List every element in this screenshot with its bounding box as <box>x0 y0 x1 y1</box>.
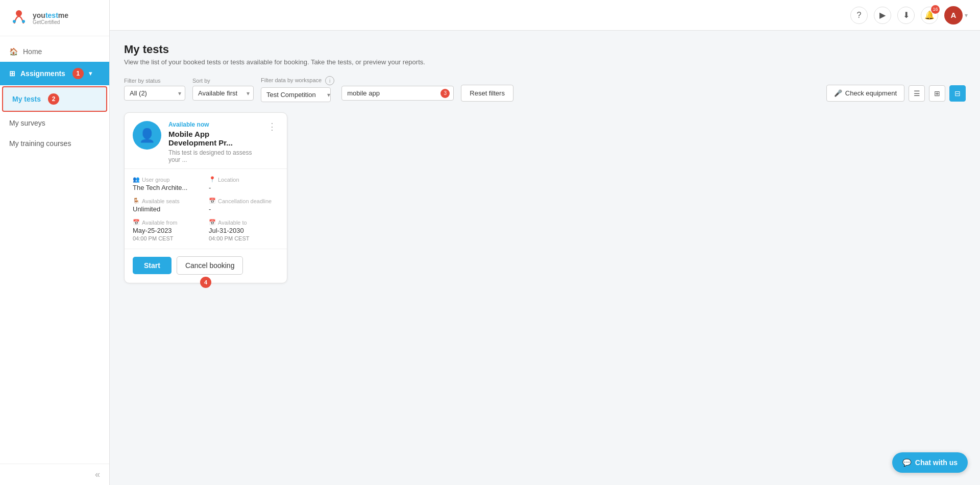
card-info: Available now Mobile App Development Pr.… <box>168 121 258 163</box>
play-icon: ▶ <box>879 10 886 20</box>
list-view-button[interactable]: ☰ <box>909 85 925 102</box>
download-button[interactable]: ⬇ <box>897 7 915 24</box>
logo-icon <box>9 8 29 28</box>
available-from-time: 04:00 PM CEST <box>133 235 203 241</box>
sidebar-item-my-surveys[interactable]: My surveys <box>0 113 109 133</box>
available-seats-detail: 🪑 Available seats Unlimited <box>133 198 203 213</box>
card-details: 👥 User group The Tech Archite... 📍 Locat… <box>125 169 287 249</box>
my-tests-annotation: 2 <box>48 93 59 105</box>
logo-text: youtestme GetCertified <box>33 11 68 25</box>
chat-button[interactable]: 💬 Chat with us <box>892 452 968 473</box>
filter-right-controls: 🎤 Check equipment ☰ ⊞ ⊟ <box>826 85 966 102</box>
user-group-label: 👥 User group <box>133 176 203 183</box>
svg-point-2 <box>22 20 25 23</box>
test-cards-grid: 👤 Available now Mobile App Development P… <box>124 112 966 283</box>
sort-select[interactable]: Available first <box>192 86 254 101</box>
download-icon: ⬇ <box>903 10 910 20</box>
assignments-annotation: 1 <box>72 68 84 79</box>
start-button[interactable]: Start <box>133 257 172 274</box>
workspace-tag-group: 3 <box>341 78 454 101</box>
logo-you: you <box>33 11 45 19</box>
status-select-wrapper: All (2) <box>124 86 185 101</box>
available-from-label: 📅 Available from <box>133 219 203 226</box>
top-header: ? ▶ ⬇ 🔔 16 A ▾ <box>110 0 980 31</box>
logo-test: test <box>45 11 58 19</box>
reset-filters-button[interactable]: Reset filters <box>461 85 513 102</box>
chat-icon: 💬 <box>902 458 911 467</box>
notification-badge: 16 <box>931 5 940 14</box>
status-select[interactable]: All (2) <box>124 86 185 101</box>
sidebar-item-assignments[interactable]: ⊞ Assignments 1 ▾ <box>0 62 109 85</box>
workspace-tag-input[interactable] <box>341 86 454 101</box>
user-group-detail: 👥 User group The Tech Archite... <box>133 176 203 191</box>
workspace-tag-badge: 3 <box>440 89 450 98</box>
card-top: 👤 Available now Mobile App Development P… <box>125 113 287 169</box>
card-status: Available now <box>168 121 258 128</box>
test-card: 👤 Available now Mobile App Development P… <box>124 112 287 283</box>
svg-point-0 <box>16 10 22 16</box>
card-actions: Start Cancel booking <box>125 249 287 275</box>
microphone-icon: 🎤 <box>834 89 842 97</box>
workspace-select[interactable]: Test Competition <box>261 87 331 102</box>
page-subtitle: View the list of your booked tests or te… <box>124 58 966 66</box>
workspace-tag-spacer <box>341 78 454 84</box>
location-value: - <box>209 184 279 191</box>
logo-me: me <box>58 11 68 19</box>
sort-filter-label: Sort by <box>192 78 254 84</box>
list-icon: ☰ <box>914 89 920 98</box>
workspace-tag-wrapper: 3 <box>341 86 454 101</box>
grid-icon: ⊞ <box>934 89 940 98</box>
cancellation-deadline-label: 📅 Cancellation deadline <box>209 198 279 204</box>
available-seats-value: Unlimited <box>133 205 203 213</box>
status-filter-group: Filter by status All (2) <box>124 78 185 101</box>
available-to-label: 📅 Available to <box>209 219 279 226</box>
calendar-from-icon: 📅 <box>133 219 140 226</box>
tile-view-button[interactable]: ⊟ <box>949 85 966 102</box>
collapse-icon: « <box>95 469 100 480</box>
available-to-time: 04:00 PM CEST <box>209 235 279 241</box>
sidebar-item-my-tests[interactable]: My tests 2 <box>2 86 107 112</box>
sidebar-collapse-btn[interactable]: « <box>0 464 109 485</box>
home-icon: 🏠 <box>9 47 18 56</box>
available-from-date: May-25-2023 <box>133 227 203 234</box>
workspace-filter-label: Filter data by workspace i <box>261 76 334 85</box>
sidebar-item-my-training[interactable]: My training courses <box>0 133 109 154</box>
help-button[interactable]: ? <box>850 7 868 24</box>
workspace-select-wrapper: Test Competition <box>261 87 334 102</box>
filter-bar: Filter by status All (2) Sort by Availab… <box>124 76 966 102</box>
calendar-to-icon: 📅 <box>209 219 216 226</box>
card-menu-button[interactable]: ⋮ <box>265 121 279 132</box>
check-equipment-button[interactable]: 🎤 Check equipment <box>826 85 904 102</box>
card-bottom-badge: 4 <box>200 277 211 288</box>
grid-view-button[interactable]: ⊞ <box>929 85 945 102</box>
svg-point-1 <box>13 20 16 23</box>
user-avatar-button[interactable]: A ▾ <box>944 6 968 25</box>
cancellation-deadline-detail: 📅 Cancellation deadline - <box>209 198 279 213</box>
seat-icon: 🪑 <box>133 198 140 204</box>
chat-label: Chat with us <box>915 458 958 467</box>
workspace-filter-group: Filter data by workspace i Test Competit… <box>261 76 334 102</box>
sidebar-nav: 🏠 Home ⊞ Assignments 1 ▾ My tests 2 My s… <box>0 36 109 464</box>
users-icon: 👥 <box>133 176 140 183</box>
workspace-info-icon[interactable]: i <box>325 76 334 85</box>
location-detail: 📍 Location - <box>209 176 279 191</box>
play-button[interactable]: ▶ <box>874 7 891 24</box>
available-to-detail: 📅 Available to Jul-31-2030 04:00 PM CEST <box>209 219 279 241</box>
cancel-booking-button[interactable]: Cancel booking <box>177 256 243 275</box>
sidebar-home-label: Home <box>23 47 42 56</box>
person-icon: 👤 <box>139 128 155 143</box>
location-icon: 📍 <box>209 176 216 183</box>
main-content: ? ▶ ⬇ 🔔 16 A ▾ My tests View the list of… <box>110 0 980 485</box>
logo-certify: GetCertified <box>33 19 68 25</box>
sidebar-item-home[interactable]: 🏠 Home <box>0 41 109 62</box>
card-description: This test is designed to assess your ... <box>168 149 258 163</box>
sidebar-my-surveys-label: My surveys <box>9 119 45 127</box>
avatar-chevron-icon: ▾ <box>965 12 968 19</box>
logo: youtestme GetCertified <box>0 0 109 36</box>
sidebar: youtestme GetCertified 🏠 Home ⊞ Assignme… <box>0 0 110 485</box>
card-title: Mobile App Development Pr... <box>168 130 258 147</box>
page-title: My tests <box>124 43 966 56</box>
notifications-button[interactable]: 🔔 16 <box>921 7 938 24</box>
card-avatar: 👤 <box>133 121 161 150</box>
sidebar-assignments-label: Assignments <box>20 69 65 78</box>
